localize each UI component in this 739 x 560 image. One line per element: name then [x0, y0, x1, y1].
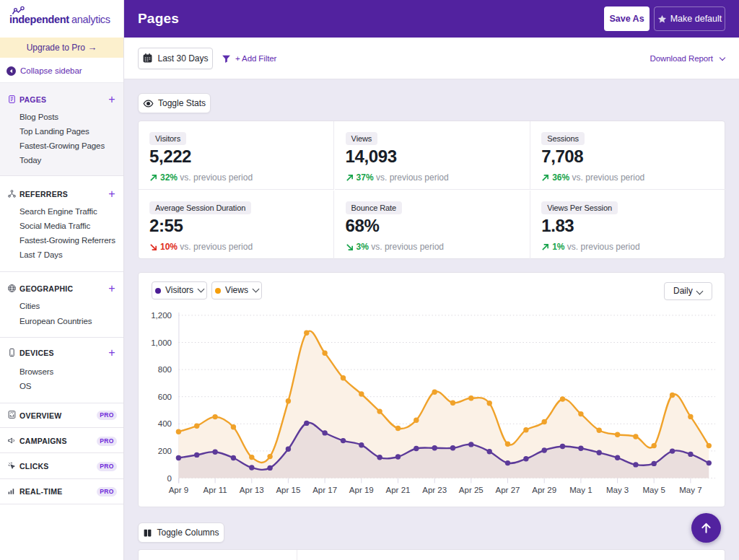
svg-text:400: 400 — [158, 419, 172, 428]
svg-text:Apr 19: Apr 19 — [349, 486, 374, 494]
svg-text:Apr 11: Apr 11 — [204, 486, 227, 494]
svg-text:Apr 13: Apr 13 — [240, 486, 264, 494]
svg-text:Apr 23: Apr 23 — [422, 486, 447, 494]
svg-text:May 7: May 7 — [679, 486, 701, 494]
svg-text:200: 200 — [158, 447, 172, 455]
svg-text:Apr 21: Apr 21 — [386, 486, 411, 494]
svg-text:May 1: May 1 — [569, 486, 592, 494]
svg-text:0: 0 — [167, 474, 172, 483]
svg-text:analytics: analytics — [71, 14, 110, 25]
svg-text:Apr 15: Apr 15 — [276, 486, 300, 494]
svg-text:Apr 9: Apr 9 — [169, 486, 189, 494]
svg-text:800: 800 — [158, 365, 172, 374]
svg-text:independent: independent — [9, 14, 69, 25]
svg-text:May 3: May 3 — [606, 486, 629, 494]
svg-text:1,200: 1,200 — [151, 311, 172, 320]
svg-text:600: 600 — [158, 393, 172, 401]
svg-text:Apr 25: Apr 25 — [459, 486, 484, 494]
svg-text:May 5: May 5 — [643, 486, 665, 494]
svg-text:1,000: 1,000 — [151, 338, 172, 347]
svg-text:Apr 27: Apr 27 — [496, 486, 520, 494]
svg-text:Apr 29: Apr 29 — [532, 486, 556, 494]
svg-text:Apr 17: Apr 17 — [312, 486, 337, 494]
